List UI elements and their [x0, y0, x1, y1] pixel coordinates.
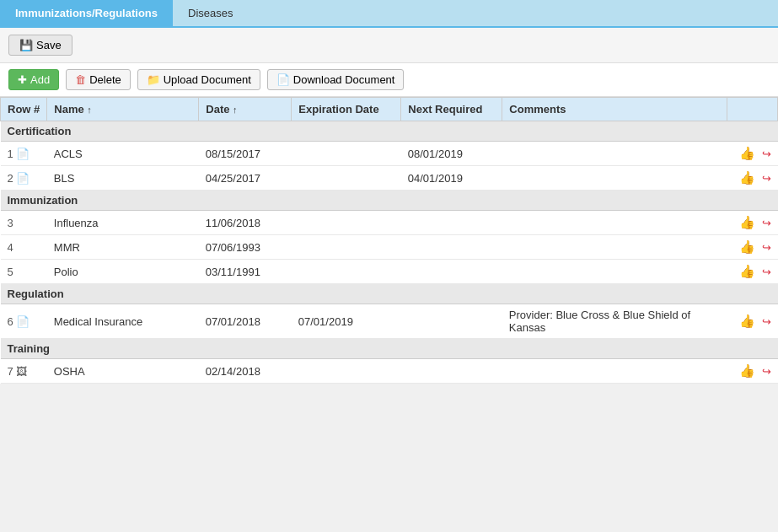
- col-header-name[interactable]: Name ↑: [47, 98, 199, 121]
- cell-date: 02/14/2018: [199, 359, 292, 384]
- cell-name: MMR: [47, 235, 199, 260]
- delete-label: Delete: [89, 73, 121, 86]
- table-row: 7 🖼 OSHA 02/14/2018 👍 ↪: [1, 359, 778, 384]
- pdf-doc-icon: 📄: [16, 172, 30, 185]
- col-header-next-required[interactable]: Next Required: [401, 98, 502, 121]
- pdf-doc-icon: 📄: [16, 315, 30, 328]
- tab-bar: Immunizations/Regulations Diseases: [0, 0, 778, 28]
- cell-actions: 👍 ↪: [727, 235, 778, 260]
- cell-name: BLS: [47, 166, 199, 191]
- cell-next-required: [401, 304, 502, 339]
- table-row: 1 📄 ACLS 08/15/2017 08/01/2019 👍 ↪: [1, 142, 778, 166]
- cell-expiration-date: [292, 359, 401, 384]
- thumbs-up-icon[interactable]: 👍: [739, 170, 755, 185]
- cell-comments: [502, 142, 727, 166]
- cell-next-required: [401, 260, 502, 284]
- cell-date: 04/25/2017: [199, 166, 292, 191]
- thumbs-up-icon[interactable]: 👍: [739, 363, 755, 378]
- cell-comments: [502, 166, 727, 191]
- upload-document-button[interactable]: 📁 Upload Document: [137, 69, 260, 90]
- cell-next-required: [401, 235, 502, 260]
- cell-actions: 👍 ↪: [727, 166, 778, 191]
- cell-row-num: 6 📄: [1, 304, 47, 339]
- col-header-date[interactable]: Date ↑: [199, 98, 292, 121]
- thumbs-up-icon[interactable]: 👍: [739, 146, 755, 160]
- delete-button[interactable]: 🗑 Delete: [66, 69, 131, 90]
- cell-expiration-date: [292, 260, 401, 284]
- col-header-expiration-date[interactable]: Expiration Date: [292, 98, 401, 121]
- tab-diseases[interactable]: Diseases: [173, 0, 248, 26]
- cell-comments: [502, 211, 727, 235]
- share-icon[interactable]: ↪: [762, 172, 771, 185]
- share-icon[interactable]: ↪: [762, 217, 771, 229]
- save-label: Save: [36, 39, 62, 51]
- cell-date: 07/01/2018: [199, 304, 292, 339]
- cell-expiration-date: [292, 211, 401, 235]
- col-header-comments[interactable]: Comments: [502, 98, 727, 121]
- cell-comments: [502, 260, 727, 284]
- share-icon[interactable]: ↪: [762, 266, 771, 278]
- cell-next-required: 08/01/2019: [401, 142, 502, 166]
- category-row: Training: [1, 339, 778, 359]
- upload-label: Upload Document: [164, 73, 251, 86]
- table-header-row: Row # Name ↑ Date ↑ Expiration Date Next…: [1, 98, 778, 121]
- cell-row-num: 1 📄: [1, 142, 47, 166]
- add-button[interactable]: ✚ Add: [8, 69, 59, 90]
- save-toolbar: 💾 Save: [0, 28, 778, 63]
- add-label: Add: [30, 73, 50, 86]
- cell-expiration-date: 07/01/2019: [292, 304, 401, 339]
- cell-comments: Provider: Blue Cross & Blue Shield of Ka…: [502, 304, 727, 339]
- thumbs-up-icon[interactable]: 👍: [739, 215, 755, 229]
- cell-comments: [502, 359, 727, 384]
- upload-icon: 📁: [147, 73, 160, 86]
- download-document-button[interactable]: 📄 Download Document: [267, 69, 405, 90]
- table-row: 2 📄 BLS 04/25/2017 04/01/2019 👍 ↪: [1, 166, 778, 191]
- cell-name: Medical Insurance: [47, 304, 199, 339]
- category-row: Regulation: [1, 284, 778, 304]
- category-label: Regulation: [1, 284, 778, 304]
- cell-row-num: 3: [1, 211, 47, 235]
- table-row: 6 📄 Medical Insurance 07/01/2018 07/01/2…: [1, 304, 778, 339]
- cell-actions: 👍 ↪: [727, 304, 778, 339]
- pdf-doc-icon: 📄: [16, 148, 30, 160]
- cell-row-num: 4: [1, 235, 47, 260]
- save-button[interactable]: 💾 Save: [8, 35, 72, 56]
- tab-immunizations[interactable]: Immunizations/Regulations: [0, 0, 173, 26]
- cell-date: 08/15/2017: [199, 142, 292, 166]
- category-label: Training: [1, 339, 778, 359]
- table-row: 4 MMR 07/06/1993 👍 ↪: [1, 235, 778, 260]
- image-doc-icon: 🖼: [16, 365, 27, 378]
- cell-row-num: 2 📄: [1, 166, 47, 191]
- col-header-actions: [727, 98, 778, 121]
- category-row: Certification: [1, 121, 778, 142]
- download-icon: 📄: [276, 73, 290, 86]
- cell-actions: 👍 ↪: [727, 142, 778, 166]
- plus-icon: ✚: [18, 73, 27, 86]
- download-label: Download Document: [293, 73, 395, 86]
- cell-name: OSHA: [47, 359, 199, 384]
- cell-row-num: 7 🖼: [1, 359, 47, 384]
- immunizations-table: Row # Name ↑ Date ↑ Expiration Date Next…: [0, 97, 778, 384]
- actions-toolbar: ✚ Add 🗑 Delete 📁 Upload Document 📄 Downl…: [0, 63, 778, 97]
- delete-icon: 🗑: [75, 73, 86, 86]
- thumbs-up-icon[interactable]: 👍: [739, 314, 755, 328]
- share-icon[interactable]: ↪: [762, 241, 771, 254]
- col-header-row-num[interactable]: Row #: [1, 98, 47, 121]
- cell-next-required: [401, 211, 502, 235]
- category-label: Certification: [1, 121, 778, 142]
- cell-expiration-date: [292, 142, 401, 166]
- share-icon[interactable]: ↪: [762, 365, 771, 378]
- cell-date: 03/11/1991: [199, 260, 292, 284]
- cell-comments: [502, 235, 727, 260]
- cell-next-required: 04/01/2019: [401, 166, 502, 191]
- table-row: 3 Influenza 11/06/2018 👍 ↪: [1, 211, 778, 235]
- cell-date: 11/06/2018: [199, 211, 292, 235]
- cell-expiration-date: [292, 235, 401, 260]
- thumbs-up-icon[interactable]: 👍: [739, 239, 755, 254]
- share-icon[interactable]: ↪: [762, 315, 771, 328]
- thumbs-up-icon[interactable]: 👍: [739, 264, 755, 278]
- share-icon[interactable]: ↪: [762, 148, 771, 160]
- save-icon: 💾: [19, 39, 33, 51]
- cell-name: Influenza: [47, 211, 199, 235]
- cell-actions: 👍 ↪: [727, 211, 778, 235]
